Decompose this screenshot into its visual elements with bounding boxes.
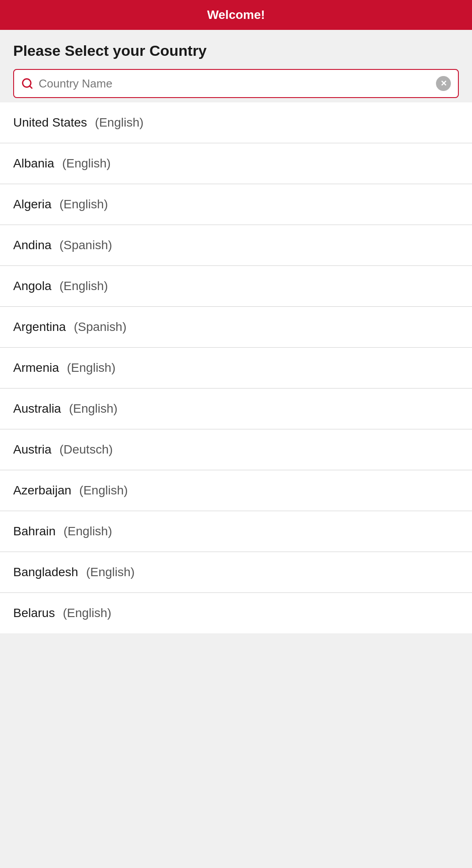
country-item[interactable]: Australia(English) <box>0 389 472 429</box>
country-language: (English) <box>67 361 115 375</box>
country-language: (Spanish) <box>74 320 127 334</box>
country-name: Azerbaijan <box>13 483 71 498</box>
search-icon-wrap <box>21 77 33 90</box>
country-item[interactable]: Algeria(English) <box>0 184 472 225</box>
country-language: (English) <box>95 116 143 130</box>
country-item[interactable]: Bangladesh(English) <box>0 552 472 593</box>
country-name: Algeria <box>13 197 51 211</box>
country-name: Belarus <box>13 606 55 620</box>
country-name: Australia <box>13 402 61 416</box>
country-item[interactable]: Argentina(Spanish) <box>0 307 472 348</box>
country-name: United States <box>13 116 87 130</box>
header-title: Welcome! <box>207 8 265 22</box>
search-input[interactable] <box>39 77 436 91</box>
search-container: ✕ <box>13 69 459 98</box>
country-item[interactable]: Austria(Deutsch) <box>0 429 472 470</box>
country-item[interactable]: Angola(English) <box>0 266 472 307</box>
country-item[interactable]: United States(English) <box>0 102 472 143</box>
clear-icon: ✕ <box>436 76 451 91</box>
country-language: (English) <box>59 279 108 293</box>
country-item[interactable]: Albania(English) <box>0 143 472 184</box>
country-language: (English) <box>62 156 110 171</box>
country-name: Angola <box>13 279 51 293</box>
country-language: (English) <box>69 402 117 416</box>
country-language: (Deutsch) <box>59 443 113 457</box>
country-language: (English) <box>59 197 108 211</box>
country-language: (Spanish) <box>59 238 112 252</box>
country-item[interactable]: Andina(Spanish) <box>0 225 472 266</box>
country-list: United States(English)Albania(English)Al… <box>0 102 472 633</box>
header: Welcome! <box>0 0 472 30</box>
country-item[interactable]: Armenia(English) <box>0 348 472 389</box>
country-name: Armenia <box>13 361 59 375</box>
country-name: Albania <box>13 156 54 171</box>
country-item[interactable]: Azerbaijan(English) <box>0 470 472 511</box>
country-language: (English) <box>79 483 127 498</box>
country-name: Argentina <box>13 320 66 334</box>
svg-line-1 <box>29 86 32 88</box>
page-title: Please Select your Country <box>13 42 459 59</box>
country-language: (English) <box>64 524 112 538</box>
country-name: Andina <box>13 238 51 252</box>
country-language: (English) <box>63 606 111 620</box>
country-name: Austria <box>13 443 51 457</box>
country-name: Bahrain <box>13 524 56 538</box>
country-language: (English) <box>86 565 134 579</box>
country-name: Bangladesh <box>13 565 78 579</box>
country-item[interactable]: Bahrain(English) <box>0 511 472 552</box>
clear-button[interactable]: ✕ <box>436 76 451 91</box>
search-box: ✕ <box>13 69 459 98</box>
content: Please Select your Country ✕ <box>0 30 472 98</box>
search-icon <box>21 77 33 90</box>
country-item[interactable]: Belarus(English) <box>0 593 472 633</box>
